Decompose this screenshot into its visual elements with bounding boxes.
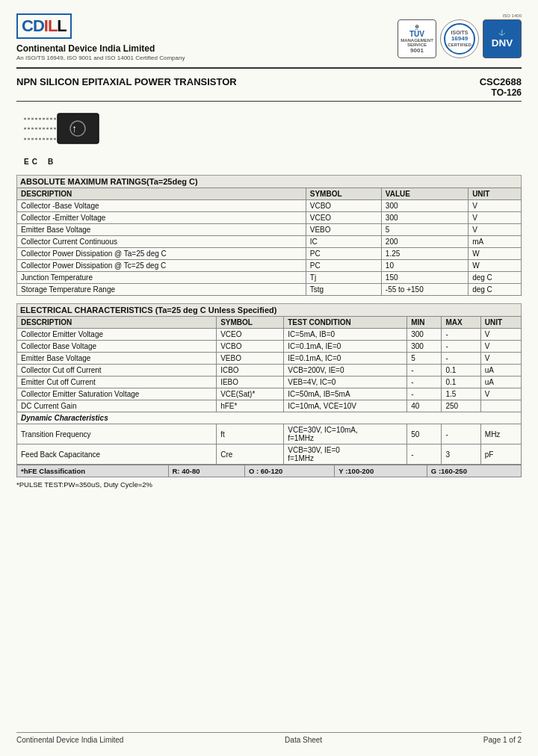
svg-text:↑: ↑ — [72, 123, 77, 134]
col-description: DESCRIPTION — [17, 317, 217, 329]
product-codes: CSC2688 TO-126 — [480, 76, 522, 98]
footer-company: Continental Device India Limited — [16, 736, 123, 744]
table-row: Emitter Base VoltageVEBO5V — [17, 224, 522, 236]
table-row: Transition FrequencyftVCE=30V, IC=10mA,f… — [17, 424, 522, 444]
diagram-area: ↑ E C B — [24, 108, 522, 167]
header-left: CDIL L Continental Device India Limited … — [16, 13, 185, 61]
product-header: NPN SILICON EPITAXIAL POWER TRANSISTOR C… — [16, 76, 522, 102]
abs-max-section-title: ABSOLUTE MAXIMUM RATINGS(Ta=25deg C) — [16, 175, 522, 188]
pin-e: E — [24, 158, 29, 166]
svg-text:⚓: ⚓ — [498, 28, 506, 36]
transistor-diagram: ↑ — [24, 108, 121, 164]
product-package: TO-126 — [480, 87, 522, 98]
col-unit: UNIT — [480, 317, 521, 329]
table-row: Storage Temperature RangeTstg-55 to +150… — [17, 284, 522, 296]
table-row: DC Current GainhFE*IC=10mA, VCE=10V40250 — [17, 400, 522, 412]
table-row: Emitter Cut off CurrentIEBOVEB=4V, IC=0-… — [17, 377, 522, 388]
elec-char-header-row: DESCRIPTION SYMBOL TEST CONDITION MIN MA… — [17, 317, 522, 329]
table-row: Collector -Emitter VoltageVCEO300V — [17, 212, 522, 224]
col-symbol: SYMBOL — [306, 188, 381, 200]
iso-badge: ISO 1400 — [503, 13, 522, 18]
table-row: Junction TemperatureTj150deg C — [17, 272, 522, 284]
col-max: MAX — [442, 317, 480, 329]
table-row: Collector -Base VoltageVCBO300V — [17, 200, 522, 212]
abs-max-table: DESCRIPTION SYMBOL VALUE UNIT Collector … — [16, 188, 522, 296]
footer: Continental Device India Limited Data Sh… — [16, 732, 522, 744]
hfe-r: R: 40-80 — [168, 465, 244, 477]
product-code: CSC2688 — [480, 76, 522, 87]
footer-page: Page 1 of 2 — [483, 736, 522, 744]
header: CDIL L Continental Device India Limited … — [16, 13, 522, 69]
svg-text:CERTIFIED: CERTIFIED — [448, 43, 471, 47]
header-right: ISO 1400 ⊕ TÜV MANAGEMENTSERVICE 9001 IS… — [398, 13, 522, 58]
svg-rect-7 — [58, 114, 99, 143]
table-row: Collector Current ContinuousIC200mA — [17, 236, 522, 248]
col-min: MIN — [407, 317, 442, 329]
cdil-cd-text: CD — [22, 16, 44, 36]
col-unit: UNIT — [469, 188, 522, 200]
col-symbol: SYMBOL — [217, 317, 284, 329]
page: CDIL L Continental Device India Limited … — [0, 0, 538, 756]
hfe-o: O : 60-120 — [244, 465, 334, 477]
table-row: Feed Back CapacitanceCreVCB=30V, IE=0f=1… — [17, 444, 522, 465]
table-row: Collector Emitter Saturation VoltageVCE(… — [17, 388, 522, 400]
dnv-badge: ⚓ DNV — [483, 19, 522, 58]
table-row: Collector Emitter VoltageVCEOIC=5mA, IB=… — [17, 329, 522, 341]
table-row: Emitter Base VoltageVEBOIE=0.1mA, IC=05-… — [17, 353, 522, 365]
table-row: Collector Power Dissipation @ Ta=25 deg … — [17, 248, 522, 260]
abs-max-header-row: DESCRIPTION SYMBOL VALUE UNIT — [17, 188, 522, 200]
footer-doc-type: Data Sheet — [285, 736, 322, 744]
table-row: Collector Power Dissipation @ Tc=25 deg … — [17, 260, 522, 272]
elec-char-table: DESCRIPTION SYMBOL TEST CONDITION MIN MA… — [16, 316, 522, 465]
pin-b: B — [48, 158, 53, 166]
svg-text:DNV: DNV — [492, 37, 513, 49]
tuv-badge: ⊕ TÜV MANAGEMENTSERVICE 9001 — [398, 19, 436, 58]
table-row: Collector Cut off CurrentICBOVCB=200V, I… — [17, 365, 522, 377]
hfe-table: *hFE Classification R: 40-80 O : 60-120 … — [16, 465, 522, 477]
col-description: DESCRIPTION — [17, 188, 306, 200]
dynamic-characteristics-row: Dynamic Characteristics — [17, 412, 522, 424]
product-title: NPN SILICON EPITAXIAL POWER TRANSISTOR — [16, 76, 237, 87]
svg-text:ISO/TS: ISO/TS — [451, 30, 469, 35]
svg-text:16949: 16949 — [451, 35, 469, 42]
hfe-label: *hFE Classification — [17, 465, 169, 477]
pin-c: C — [32, 158, 37, 166]
hfe-g: G :160-250 — [427, 465, 521, 477]
cdil-il-text: IL — [44, 16, 58, 36]
elec-char-section-title: ELECTRICAL CHARACTERISTICS (Ta=25 deg C … — [16, 303, 522, 316]
col-test-condition: TEST CONDITION — [284, 317, 407, 329]
pin-labels: E C B — [24, 158, 53, 166]
iso-text: An ISO/TS 16949, ISO 9001 and ISO 14001 … — [16, 55, 185, 61]
cdil-logo-box: CDIL L — [16, 13, 72, 39]
iso9001-badge: ISO/TS 16949 CERTIFIED — [440, 19, 479, 58]
hfe-y: Y :100-200 — [335, 465, 427, 477]
company-name: Continental Device India Limited — [16, 43, 185, 54]
pulse-test-note: *PULSE TEST:PW=350uS, Duty Cycle=2% — [16, 480, 522, 489]
cdil-logo: CDIL L — [16, 13, 185, 39]
col-value: VALUE — [381, 188, 468, 200]
table-row: Collector Base VoltageVCBOIC=0.1mA, IE=0… — [17, 341, 522, 353]
hfe-row: *hFE Classification R: 40-80 O : 60-120 … — [17, 465, 522, 477]
